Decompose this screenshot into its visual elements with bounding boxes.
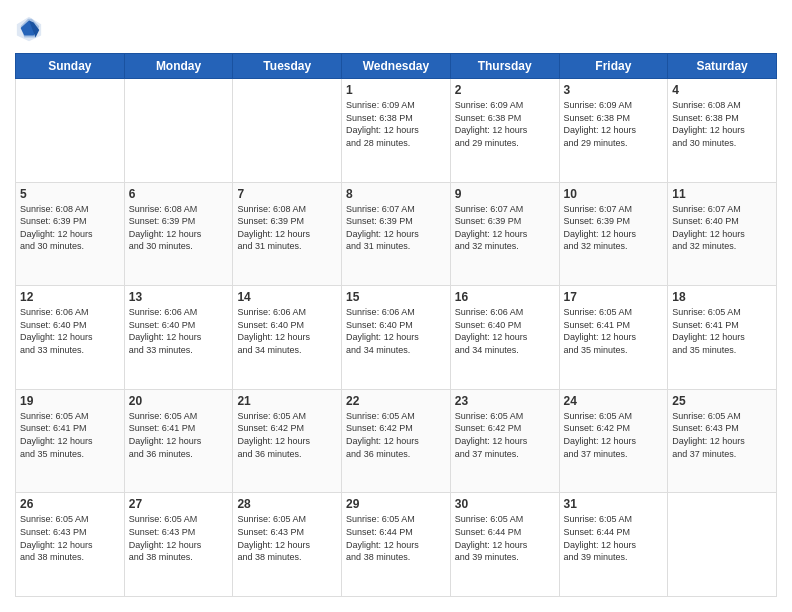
cell-info: Sunrise: 6:05 AM Sunset: 6:42 PM Dayligh…: [455, 410, 555, 460]
weekday-thursday: Thursday: [450, 54, 559, 79]
cell-info: Sunrise: 6:05 AM Sunset: 6:41 PM Dayligh…: [20, 410, 120, 460]
week-row-4: 19Sunrise: 6:05 AM Sunset: 6:41 PM Dayli…: [16, 389, 777, 493]
day-number: 22: [346, 394, 446, 408]
logo: [15, 15, 47, 43]
cell-info: Sunrise: 6:07 AM Sunset: 6:39 PM Dayligh…: [346, 203, 446, 253]
cell-info: Sunrise: 6:05 AM Sunset: 6:44 PM Dayligh…: [346, 513, 446, 563]
empty-cell: [16, 79, 125, 183]
day-number: 4: [672, 83, 772, 97]
day-cell-22: 22Sunrise: 6:05 AM Sunset: 6:42 PM Dayli…: [342, 389, 451, 493]
day-cell-9: 9Sunrise: 6:07 AM Sunset: 6:39 PM Daylig…: [450, 182, 559, 286]
day-cell-13: 13Sunrise: 6:06 AM Sunset: 6:40 PM Dayli…: [124, 286, 233, 390]
cell-info: Sunrise: 6:05 AM Sunset: 6:43 PM Dayligh…: [129, 513, 229, 563]
cell-info: Sunrise: 6:05 AM Sunset: 6:41 PM Dayligh…: [672, 306, 772, 356]
weekday-monday: Monday: [124, 54, 233, 79]
day-cell-14: 14Sunrise: 6:06 AM Sunset: 6:40 PM Dayli…: [233, 286, 342, 390]
day-cell-2: 2Sunrise: 6:09 AM Sunset: 6:38 PM Daylig…: [450, 79, 559, 183]
calendar-table: SundayMondayTuesdayWednesdayThursdayFrid…: [15, 53, 777, 597]
empty-cell: [233, 79, 342, 183]
day-number: 17: [564, 290, 664, 304]
cell-info: Sunrise: 6:05 AM Sunset: 6:42 PM Dayligh…: [346, 410, 446, 460]
day-number: 11: [672, 187, 772, 201]
day-cell-21: 21Sunrise: 6:05 AM Sunset: 6:42 PM Dayli…: [233, 389, 342, 493]
cell-info: Sunrise: 6:05 AM Sunset: 6:41 PM Dayligh…: [564, 306, 664, 356]
day-cell-18: 18Sunrise: 6:05 AM Sunset: 6:41 PM Dayli…: [668, 286, 777, 390]
day-number: 27: [129, 497, 229, 511]
day-number: 26: [20, 497, 120, 511]
cell-info: Sunrise: 6:09 AM Sunset: 6:38 PM Dayligh…: [346, 99, 446, 149]
day-cell-8: 8Sunrise: 6:07 AM Sunset: 6:39 PM Daylig…: [342, 182, 451, 286]
week-row-1: 1Sunrise: 6:09 AM Sunset: 6:38 PM Daylig…: [16, 79, 777, 183]
day-number: 29: [346, 497, 446, 511]
weekday-friday: Friday: [559, 54, 668, 79]
weekday-header-row: SundayMondayTuesdayWednesdayThursdayFrid…: [16, 54, 777, 79]
day-cell-29: 29Sunrise: 6:05 AM Sunset: 6:44 PM Dayli…: [342, 493, 451, 597]
week-row-3: 12Sunrise: 6:06 AM Sunset: 6:40 PM Dayli…: [16, 286, 777, 390]
day-cell-30: 30Sunrise: 6:05 AM Sunset: 6:44 PM Dayli…: [450, 493, 559, 597]
day-number: 13: [129, 290, 229, 304]
day-cell-20: 20Sunrise: 6:05 AM Sunset: 6:41 PM Dayli…: [124, 389, 233, 493]
day-number: 31: [564, 497, 664, 511]
day-number: 6: [129, 187, 229, 201]
cell-info: Sunrise: 6:07 AM Sunset: 6:39 PM Dayligh…: [455, 203, 555, 253]
cell-info: Sunrise: 6:06 AM Sunset: 6:40 PM Dayligh…: [455, 306, 555, 356]
day-number: 12: [20, 290, 120, 304]
cell-info: Sunrise: 6:05 AM Sunset: 6:42 PM Dayligh…: [237, 410, 337, 460]
day-cell-23: 23Sunrise: 6:05 AM Sunset: 6:42 PM Dayli…: [450, 389, 559, 493]
header: [15, 15, 777, 43]
day-number: 23: [455, 394, 555, 408]
cell-info: Sunrise: 6:06 AM Sunset: 6:40 PM Dayligh…: [129, 306, 229, 356]
page: SundayMondayTuesdayWednesdayThursdayFrid…: [0, 0, 792, 612]
day-cell-19: 19Sunrise: 6:05 AM Sunset: 6:41 PM Dayli…: [16, 389, 125, 493]
day-cell-28: 28Sunrise: 6:05 AM Sunset: 6:43 PM Dayli…: [233, 493, 342, 597]
day-cell-25: 25Sunrise: 6:05 AM Sunset: 6:43 PM Dayli…: [668, 389, 777, 493]
week-row-5: 26Sunrise: 6:05 AM Sunset: 6:43 PM Dayli…: [16, 493, 777, 597]
cell-info: Sunrise: 6:08 AM Sunset: 6:39 PM Dayligh…: [129, 203, 229, 253]
day-number: 2: [455, 83, 555, 97]
day-number: 10: [564, 187, 664, 201]
cell-info: Sunrise: 6:08 AM Sunset: 6:39 PM Dayligh…: [20, 203, 120, 253]
day-number: 8: [346, 187, 446, 201]
day-cell-3: 3Sunrise: 6:09 AM Sunset: 6:38 PM Daylig…: [559, 79, 668, 183]
day-number: 28: [237, 497, 337, 511]
day-number: 7: [237, 187, 337, 201]
day-number: 9: [455, 187, 555, 201]
weekday-tuesday: Tuesday: [233, 54, 342, 79]
empty-cell: [668, 493, 777, 597]
day-number: 21: [237, 394, 337, 408]
day-number: 24: [564, 394, 664, 408]
cell-info: Sunrise: 6:05 AM Sunset: 6:43 PM Dayligh…: [20, 513, 120, 563]
day-number: 5: [20, 187, 120, 201]
week-row-2: 5Sunrise: 6:08 AM Sunset: 6:39 PM Daylig…: [16, 182, 777, 286]
day-number: 16: [455, 290, 555, 304]
logo-icon: [15, 15, 43, 43]
cell-info: Sunrise: 6:06 AM Sunset: 6:40 PM Dayligh…: [20, 306, 120, 356]
cell-info: Sunrise: 6:07 AM Sunset: 6:40 PM Dayligh…: [672, 203, 772, 253]
day-number: 25: [672, 394, 772, 408]
day-number: 30: [455, 497, 555, 511]
cell-info: Sunrise: 6:05 AM Sunset: 6:44 PM Dayligh…: [455, 513, 555, 563]
cell-info: Sunrise: 6:05 AM Sunset: 6:43 PM Dayligh…: [672, 410, 772, 460]
cell-info: Sunrise: 6:07 AM Sunset: 6:39 PM Dayligh…: [564, 203, 664, 253]
day-cell-12: 12Sunrise: 6:06 AM Sunset: 6:40 PM Dayli…: [16, 286, 125, 390]
weekday-saturday: Saturday: [668, 54, 777, 79]
cell-info: Sunrise: 6:08 AM Sunset: 6:38 PM Dayligh…: [672, 99, 772, 149]
cell-info: Sunrise: 6:05 AM Sunset: 6:42 PM Dayligh…: [564, 410, 664, 460]
day-cell-10: 10Sunrise: 6:07 AM Sunset: 6:39 PM Dayli…: [559, 182, 668, 286]
day-number: 1: [346, 83, 446, 97]
weekday-sunday: Sunday: [16, 54, 125, 79]
day-cell-7: 7Sunrise: 6:08 AM Sunset: 6:39 PM Daylig…: [233, 182, 342, 286]
day-number: 3: [564, 83, 664, 97]
day-number: 15: [346, 290, 446, 304]
day-number: 19: [20, 394, 120, 408]
day-cell-11: 11Sunrise: 6:07 AM Sunset: 6:40 PM Dayli…: [668, 182, 777, 286]
cell-info: Sunrise: 6:05 AM Sunset: 6:41 PM Dayligh…: [129, 410, 229, 460]
day-cell-31: 31Sunrise: 6:05 AM Sunset: 6:44 PM Dayli…: [559, 493, 668, 597]
cell-info: Sunrise: 6:05 AM Sunset: 6:43 PM Dayligh…: [237, 513, 337, 563]
day-number: 20: [129, 394, 229, 408]
day-cell-6: 6Sunrise: 6:08 AM Sunset: 6:39 PM Daylig…: [124, 182, 233, 286]
day-cell-17: 17Sunrise: 6:05 AM Sunset: 6:41 PM Dayli…: [559, 286, 668, 390]
day-cell-27: 27Sunrise: 6:05 AM Sunset: 6:43 PM Dayli…: [124, 493, 233, 597]
day-number: 14: [237, 290, 337, 304]
cell-info: Sunrise: 6:06 AM Sunset: 6:40 PM Dayligh…: [346, 306, 446, 356]
